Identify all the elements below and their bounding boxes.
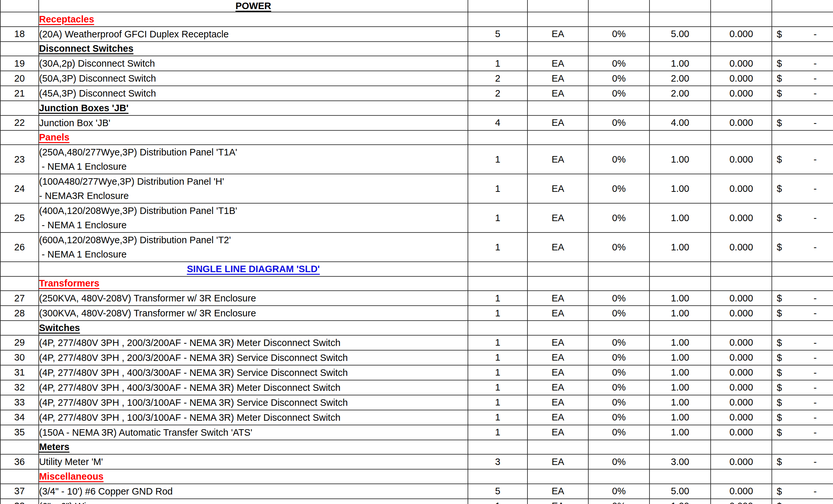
- cell-hours[interactable]: 0.000: [711, 395, 772, 410]
- cell-ext-qty[interactable]: 1.00: [649, 410, 711, 425]
- cell-unit[interactable]: EA: [527, 86, 588, 101]
- cell-qty-empty[interactable]: [468, 469, 527, 484]
- cell-hours[interactable]: 0.000: [711, 203, 772, 232]
- cell-row-number[interactable]: 22: [0, 116, 39, 130]
- cell-unit[interactable]: EA: [527, 425, 588, 440]
- cell-hours[interactable]: 0.000: [711, 484, 772, 499]
- cell-amount-empty[interactable]: [772, 276, 833, 291]
- cell-amount[interactable]: $-: [772, 365, 833, 380]
- cell-unit[interactable]: EA: [527, 116, 588, 130]
- cell-hours-empty[interactable]: [711, 440, 772, 455]
- cell-row-number[interactable]: 35: [0, 425, 39, 440]
- cell-amount[interactable]: $-: [772, 145, 833, 174]
- cell-row-number[interactable]: 26: [0, 232, 39, 262]
- cell-pct-empty[interactable]: [588, 130, 649, 145]
- cell-row-number-empty[interactable]: [0, 321, 39, 335]
- cell-description[interactable]: (250KVA, 480V-208V) Transformer w/ 3R En…: [39, 291, 468, 306]
- cell-amount-empty[interactable]: [772, 0, 833, 12]
- cell-row-number-empty[interactable]: [0, 276, 39, 291]
- cell-amount-empty[interactable]: [772, 12, 833, 27]
- cell-unit-empty[interactable]: [527, 0, 588, 12]
- cell-unit-empty[interactable]: [527, 321, 588, 335]
- cell-hours[interactable]: 0.000: [711, 454, 772, 469]
- cell-qty-empty[interactable]: [468, 101, 527, 116]
- cell-qty-empty[interactable]: [468, 42, 527, 56]
- cell-row-number[interactable]: 24: [0, 174, 39, 203]
- cell-description[interactable]: (4P, 277/480V 3PH , 400/3/300AF - NEMA 3…: [39, 380, 468, 395]
- cell-pct[interactable]: 0%: [588, 174, 649, 203]
- section-title-cell[interactable]: Switches: [39, 321, 468, 335]
- cell-amount-empty[interactable]: [772, 440, 833, 455]
- section-title-cell[interactable]: Miscellaneous: [39, 469, 468, 484]
- cell-row-number[interactable]: 37: [0, 484, 39, 499]
- cell-amount[interactable]: $-: [772, 410, 833, 425]
- cell-hours-empty[interactable]: [711, 0, 772, 12]
- cell-qty[interactable]: 1: [468, 174, 527, 203]
- cell-unit-empty[interactable]: [527, 469, 588, 484]
- cell-row-number-empty[interactable]: [0, 469, 39, 484]
- cell-unit[interactable]: EA: [527, 380, 588, 395]
- cell-amount[interactable]: $-: [772, 350, 833, 365]
- cell-hours[interactable]: 0.000: [711, 335, 772, 350]
- cell-pct[interactable]: 0%: [588, 499, 649, 504]
- cell-pct[interactable]: 0%: [588, 145, 649, 174]
- cell-row-number[interactable]: 21: [0, 86, 39, 101]
- cell-pct-empty[interactable]: [588, 440, 649, 455]
- cell-amount[interactable]: $-: [772, 291, 833, 306]
- cell-row-number[interactable]: 28: [0, 306, 39, 321]
- cell-unit[interactable]: EA: [527, 365, 588, 380]
- cell-qty[interactable]: 2: [468, 71, 527, 86]
- cell-row-number-empty[interactable]: [0, 101, 39, 116]
- cell-pct[interactable]: 0%: [588, 425, 649, 440]
- cell-pct[interactable]: 0%: [588, 27, 649, 42]
- cell-qty[interactable]: 1: [468, 291, 527, 306]
- cell-unit[interactable]: EA: [527, 454, 588, 469]
- cell-ext-qty[interactable]: 2.00: [649, 86, 711, 101]
- cell-qty[interactable]: 5: [468, 27, 527, 42]
- cell-amount-empty[interactable]: [772, 130, 833, 145]
- cell-description[interactable]: (300KVA, 480V-208V) Transformer w/ 3R En…: [39, 306, 468, 321]
- cell-description[interactable]: (50A,3P) Disconnect Switch: [39, 71, 468, 86]
- cell-qty-empty[interactable]: [468, 0, 527, 12]
- cell-row-number[interactable]: 34: [0, 410, 39, 425]
- cell-hours-empty[interactable]: [711, 276, 772, 291]
- cell-amount-empty[interactable]: [772, 42, 833, 56]
- cell-qty[interactable]: 1: [468, 335, 527, 350]
- cell-amount-empty[interactable]: [772, 321, 833, 335]
- cell-unit[interactable]: EA: [527, 410, 588, 425]
- cell-ext-qty[interactable]: 1.00: [649, 380, 711, 395]
- cell-pct-empty[interactable]: [588, 42, 649, 56]
- cell-row-number[interactable]: 23: [0, 145, 39, 174]
- cell-pct[interactable]: 0%: [588, 454, 649, 469]
- cell-amount-empty[interactable]: [772, 469, 833, 484]
- cell-amount[interactable]: $-: [772, 203, 833, 232]
- cell-pct[interactable]: 0%: [588, 335, 649, 350]
- cell-qty-empty[interactable]: [468, 321, 527, 335]
- section-title-cell[interactable]: Disconnect Switches: [39, 42, 468, 56]
- cell-hours[interactable]: 0.000: [711, 116, 772, 130]
- cell-hours[interactable]: 0.000: [711, 380, 772, 395]
- cell-unit-empty[interactable]: [527, 440, 588, 455]
- cell-amount-empty[interactable]: [772, 262, 833, 276]
- section-title-cell[interactable]: Transformers: [39, 276, 468, 291]
- cell-description[interactable]: (20A) Weatherproof GFCI Duplex Receptacl…: [39, 27, 468, 42]
- cell-row-number[interactable]: 30: [0, 350, 39, 365]
- cell-pct-empty[interactable]: [588, 276, 649, 291]
- cell-hours[interactable]: 0.000: [711, 365, 772, 380]
- cell-unit[interactable]: EA: [527, 484, 588, 499]
- cell-qty[interactable]: 1: [468, 365, 527, 380]
- cell-hours[interactable]: 0.000: [711, 56, 772, 71]
- cell-ext-qty[interactable]: 1.00: [649, 203, 711, 232]
- cell-qty[interactable]: 1: [468, 499, 527, 504]
- cell-qty[interactable]: 1: [468, 56, 527, 71]
- cell-qty-empty[interactable]: [468, 276, 527, 291]
- cell-pct[interactable]: 0%: [588, 484, 649, 499]
- cell-row-number-empty[interactable]: [0, 12, 39, 27]
- cell-ext-qty[interactable]: 1.00: [649, 350, 711, 365]
- cell-description[interactable]: (100A480/277Wye,3P) Distribution Panel '…: [39, 174, 468, 203]
- cell-amount[interactable]: $-: [772, 174, 833, 203]
- cell-qty[interactable]: 2: [468, 86, 527, 101]
- cell-pct[interactable]: 0%: [588, 365, 649, 380]
- cell-row-number-empty[interactable]: [0, 440, 39, 455]
- cell-ext-qty[interactable]: 1.00: [649, 174, 711, 203]
